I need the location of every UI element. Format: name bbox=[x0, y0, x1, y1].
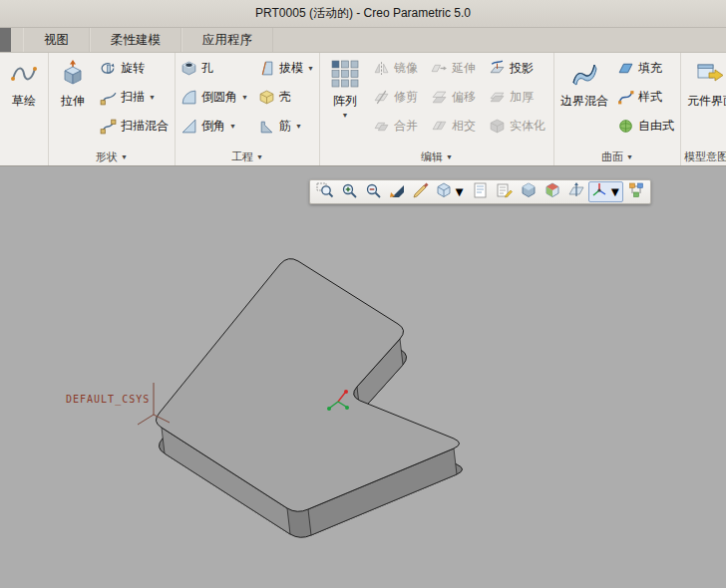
thicken-label: 加厚 bbox=[510, 89, 534, 106]
editing-group-label[interactable]: 编辑 ▼ bbox=[322, 148, 551, 165]
swept-blend-icon bbox=[100, 118, 117, 135]
chevron-down-icon: ▼ bbox=[256, 153, 263, 160]
shell-icon bbox=[258, 89, 275, 106]
ribbon-group-model-intent: 元件界面 模型意图 ▼ bbox=[681, 53, 726, 165]
display-style-button[interactable]: ▼ bbox=[433, 181, 468, 202]
tab-flexible-modeling[interactable]: 柔性建模 bbox=[90, 28, 182, 52]
draft-icon bbox=[258, 60, 275, 77]
shaded-view-icon bbox=[520, 181, 538, 202]
sketch-group-label bbox=[2, 148, 46, 165]
extend-button[interactable]: 延伸 bbox=[428, 54, 484, 83]
shell-button[interactable]: 壳 bbox=[255, 83, 317, 112]
trim-label: 修剪 bbox=[394, 89, 418, 106]
zoom-out-icon bbox=[364, 181, 382, 202]
repaint-icon bbox=[412, 181, 430, 202]
sketch-button[interactable]: 草绘 bbox=[2, 54, 46, 147]
revolve-icon bbox=[100, 60, 117, 77]
round-icon bbox=[181, 89, 197, 106]
shaded-view-button[interactable] bbox=[517, 181, 540, 202]
chevron-down-icon: ▼ bbox=[446, 153, 453, 160]
tab-applications[interactable]: 应用程序 bbox=[182, 28, 273, 52]
merge-button[interactable]: 合并 bbox=[370, 112, 426, 141]
pattern-icon bbox=[329, 59, 361, 91]
sweep-button[interactable]: 扫描 ▼ bbox=[97, 83, 173, 112]
style-label: 样式 bbox=[638, 89, 662, 106]
thicken-button[interactable]: 加厚 bbox=[486, 83, 551, 112]
mirror-button[interactable]: 镜像 bbox=[370, 54, 426, 83]
component-interface-label: 元件界面 bbox=[687, 93, 726, 110]
fill-icon bbox=[617, 60, 634, 77]
saved-orientations-button[interactable] bbox=[541, 181, 563, 202]
style-button[interactable]: 样式 bbox=[614, 83, 678, 112]
view-manager-button[interactable] bbox=[624, 181, 647, 202]
hole-icon bbox=[181, 60, 197, 77]
shell-label: 壳 bbox=[279, 89, 291, 106]
draft-button[interactable]: 拔模 ▼ bbox=[255, 54, 317, 83]
freestyle-icon bbox=[617, 118, 634, 135]
chevron-down-icon: ▼ bbox=[295, 123, 302, 130]
file-menu-partial[interactable] bbox=[0, 28, 11, 52]
rib-button[interactable]: 筋 ▼ bbox=[255, 112, 317, 141]
refit-button[interactable] bbox=[385, 181, 408, 202]
zoom-out-button[interactable] bbox=[361, 181, 384, 202]
spin-center-button[interactable]: ▼ bbox=[588, 181, 623, 202]
chevron-down-icon: ▼ bbox=[121, 153, 128, 160]
extrude-button[interactable]: 拉伸 bbox=[51, 54, 95, 147]
sketch-icon bbox=[8, 59, 40, 91]
intersect-button[interactable]: 相交 bbox=[428, 112, 484, 141]
freestyle-button[interactable]: 自由式 bbox=[614, 112, 678, 141]
revolve-button[interactable]: 旋转 bbox=[97, 54, 173, 83]
rib-label: 筋 bbox=[279, 118, 291, 135]
graphics-area[interactable]: DEFAULT_CSYS bbox=[0, 166, 726, 588]
scene-sheet-button[interactable] bbox=[469, 181, 492, 202]
pattern-button[interactable]: 阵列 ▼ bbox=[322, 54, 368, 147]
annotation-display-icon bbox=[496, 181, 514, 202]
model-intent-group-label[interactable]: 模型意图 ▼ bbox=[683, 148, 726, 165]
intersect-label: 相交 bbox=[452, 118, 476, 135]
repaint-button[interactable] bbox=[409, 181, 432, 202]
spin-center-icon bbox=[590, 181, 608, 202]
zoom-in-icon bbox=[340, 181, 358, 202]
engineering-group-label[interactable]: 工程 ▼ bbox=[178, 148, 317, 165]
boundary-blend-button[interactable]: 边界混合 bbox=[556, 54, 612, 147]
refit-icon bbox=[388, 181, 406, 202]
solidify-icon bbox=[489, 118, 506, 135]
intersect-icon bbox=[431, 118, 448, 135]
merge-icon bbox=[373, 118, 390, 135]
engineering-column-1: 孔 倒圆角 ▼ 倒角 ▼ bbox=[178, 54, 253, 141]
trim-button[interactable]: 修剪 bbox=[370, 83, 426, 112]
swept-blend-button[interactable]: 扫描混合 bbox=[97, 112, 173, 141]
zoom-region-button[interactable] bbox=[313, 181, 336, 202]
chevron-down-icon: ▼ bbox=[608, 184, 621, 199]
component-interface-button[interactable]: 元件界面 bbox=[683, 54, 726, 147]
solidify-label: 实体化 bbox=[510, 118, 545, 135]
chevron-down-icon: ▼ bbox=[342, 112, 349, 119]
part-model[interactable] bbox=[0, 166, 726, 588]
datum-display-filters-button[interactable] bbox=[564, 181, 587, 202]
tab-view[interactable]: 视图 bbox=[23, 28, 90, 52]
fill-button[interactable]: 填充 bbox=[614, 54, 678, 83]
project-icon bbox=[489, 60, 506, 77]
pattern-label: 阵列 bbox=[333, 93, 357, 110]
solidify-button[interactable]: 实体化 bbox=[486, 112, 551, 141]
editing-column-1: 镜像 修剪 合并 bbox=[370, 54, 426, 141]
surfaces-group-label[interactable]: 曲面 ▼ bbox=[556, 148, 678, 165]
scene-sheet-icon bbox=[472, 181, 490, 202]
zoom-in-button[interactable] bbox=[337, 181, 360, 202]
boundary-blend-label: 边界混合 bbox=[560, 93, 608, 110]
rib-icon bbox=[258, 118, 275, 135]
project-button[interactable]: 投影 bbox=[486, 54, 551, 83]
engineering-column-2: 拔模 ▼ 壳 筋 ▼ bbox=[255, 54, 317, 141]
chamfer-button[interactable]: 倒角 ▼ bbox=[178, 112, 253, 141]
merge-label: 合并 bbox=[394, 118, 418, 135]
revolve-label: 旋转 bbox=[121, 60, 145, 77]
extend-label: 延伸 bbox=[452, 60, 476, 77]
annotation-display-button[interactable] bbox=[493, 181, 516, 202]
shapes-group-label[interactable]: 形状 ▼ bbox=[51, 148, 173, 165]
fill-label: 填充 bbox=[638, 60, 662, 77]
offset-button[interactable]: 偏移 bbox=[428, 83, 484, 112]
round-button[interactable]: 倒圆角 ▼ bbox=[178, 83, 253, 112]
shapes-small-column: 旋转 扫描 ▼ 扫描混合 bbox=[97, 54, 173, 141]
csys-label[interactable]: DEFAULT_CSYS bbox=[66, 394, 150, 405]
hole-button[interactable]: 孔 bbox=[178, 54, 253, 83]
